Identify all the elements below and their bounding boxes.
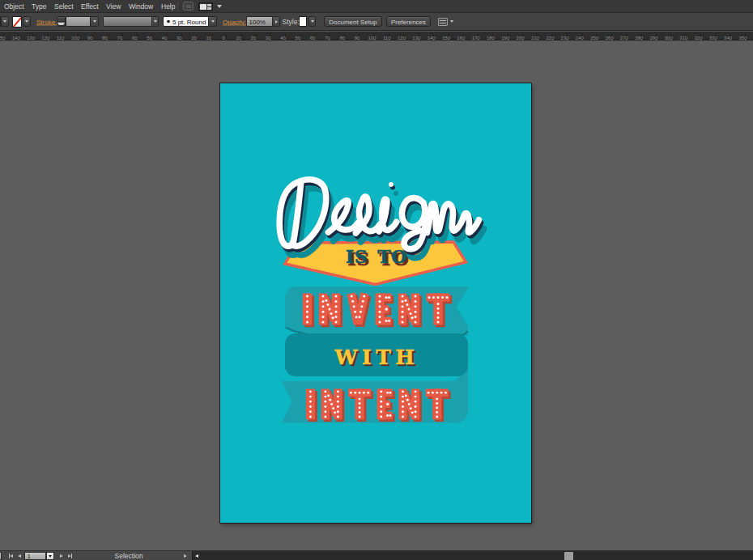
ruler-label: 290 <box>649 36 658 40</box>
ruler-label: 100 <box>368 36 376 40</box>
style-label: Style: <box>283 18 300 26</box>
ruler-label: 240 <box>576 36 585 40</box>
banner-text: IS TO <box>346 246 407 267</box>
ruler-label: 90 <box>87 36 93 40</box>
first-artboard-button[interactable] <box>6 552 15 560</box>
ruler-label: 10 <box>206 36 212 40</box>
clipped-dropdown-button[interactable] <box>1 16 9 27</box>
style-swatch[interactable] <box>299 16 307 27</box>
workspace-caret-icon[interactable] <box>217 5 222 8</box>
prev-artboard-button[interactable] <box>16 552 23 560</box>
ruler-label: 130 <box>27 36 36 40</box>
horizontal-ruler: 1501401301201101009080706050403020100102… <box>0 32 753 40</box>
artboard-dropdown-button[interactable] <box>46 552 54 560</box>
ruler-label: 20 <box>250 36 256 40</box>
ruler-label: 100 <box>71 36 80 40</box>
ruler-label: 80 <box>102 36 108 40</box>
status-text: Selection <box>115 552 143 560</box>
status-bar: 1 Selection <box>0 550 753 560</box>
ruler-label: 140 <box>428 36 436 40</box>
ruler-label: 0 <box>223 36 226 40</box>
ruler-label: 270 <box>620 36 629 40</box>
width-profile-field[interactable] <box>103 16 152 27</box>
ruler-label: 60 <box>132 36 138 40</box>
ruler-label: 160 <box>457 36 466 40</box>
horizontal-scrollbar[interactable] <box>192 551 753 560</box>
ruler-label: 120 <box>41 36 50 40</box>
preferences-button[interactable] <box>386 16 431 27</box>
ruler-label: 110 <box>57 36 65 40</box>
ruler-label: 330 <box>709 36 718 40</box>
ruler-label: 250 <box>590 36 599 40</box>
ruler-label: 20 <box>191 36 197 40</box>
menu-help[interactable] <box>159 0 177 12</box>
ruler-label: 80 <box>339 36 345 40</box>
menu-window[interactable] <box>126 0 155 12</box>
ruler-label: 70 <box>117 36 123 40</box>
stroke-weight-field[interactable] <box>66 16 91 27</box>
ruler-label: 60 <box>310 36 316 40</box>
ruler-label: 310 <box>679 36 688 40</box>
menu-bar: Object Type Select Effect View Window He… <box>0 0 753 13</box>
bridge-icon[interactable] <box>183 2 194 11</box>
scrollbar-thumb[interactable] <box>564 552 573 560</box>
control-panel-caret-icon[interactable] <box>450 20 453 31</box>
ruler-label: 260 <box>606 36 615 40</box>
ruler-label: 340 <box>724 36 733 40</box>
last-artboard-button[interactable] <box>66 552 74 560</box>
artboard: IS TO IS TO WITH WITH <box>220 83 531 523</box>
ruler-label: 40 <box>162 36 168 40</box>
ruler-label: 130 <box>412 36 421 40</box>
ruler-label: 30 <box>177 36 182 40</box>
fill-none-swatch[interactable] <box>12 16 22 28</box>
with-text: WITH <box>334 346 419 369</box>
ruler-label: 230 <box>561 36 570 40</box>
ruler-label: 140 <box>12 36 21 40</box>
ruler-label: 40 <box>280 36 286 40</box>
menu-select[interactable] <box>52 0 75 12</box>
control-bar: Stroke: 5 pt. Round Opacity: 100% Style:… <box>0 13 753 31</box>
ruler-label: 190 <box>501 36 510 40</box>
fill-dropdown-button[interactable] <box>23 16 31 27</box>
brush-definition-field[interactable] <box>163 16 209 27</box>
ruler-label: 90 <box>355 36 360 40</box>
opacity-link[interactable]: Opacity: <box>223 19 246 26</box>
opacity-field[interactable] <box>246 16 273 27</box>
banner-text-group: IS TO IS TO <box>346 246 409 269</box>
clipped-widget <box>0 552 2 560</box>
ruler-label: 120 <box>398 36 406 40</box>
control-panel-menu-icon[interactable] <box>438 18 448 26</box>
ruler-label: 10 <box>236 36 241 40</box>
scroll-left-arrow-icon[interactable] <box>195 554 198 558</box>
ruler-label: 30 <box>266 36 271 40</box>
next-artboard-button[interactable] <box>58 552 65 560</box>
menu-effect[interactable] <box>79 0 100 12</box>
style-dropdown-button[interactable] <box>308 16 316 27</box>
canvas-area[interactable]: IS TO IS TO WITH WITH <box>0 41 753 550</box>
ruler-label: 50 <box>147 36 152 40</box>
width-profile-dropdown-button[interactable] <box>152 16 159 27</box>
opacity-popout-button[interactable] <box>273 16 280 27</box>
menu-type[interactable] <box>29 0 49 12</box>
workspace-switcher-icon[interactable] <box>198 2 213 11</box>
stroke-weight-dropdown-button[interactable] <box>91 16 99 27</box>
document-setup-button[interactable] <box>324 16 382 27</box>
brush-dropdown-button[interactable] <box>209 16 217 27</box>
ruler-label: 180 <box>487 36 496 40</box>
ruler-label: 150 <box>442 36 451 40</box>
illustrator-window: Object Type Select Effect View Window He… <box>0 0 753 560</box>
ruler-label: 200 <box>517 36 525 40</box>
menu-object[interactable] <box>2 0 26 12</box>
ruler-label: 150 <box>0 36 6 40</box>
ruler-label: 50 <box>295 36 300 40</box>
ruler-label: 350 <box>738 36 747 40</box>
with-text-group: WITH WITH <box>334 346 421 371</box>
artboard-number-field[interactable] <box>24 552 46 560</box>
ruler-label: 320 <box>694 36 703 40</box>
ruler-label: 210 <box>531 36 540 40</box>
status-popout-button[interactable] <box>181 552 189 560</box>
stroke-link[interactable]: Stroke: <box>36 19 57 26</box>
ruler-label: 220 <box>546 36 555 40</box>
menu-view[interactable] <box>104 0 123 12</box>
stroke-weight-stepper[interactable] <box>57 16 66 27</box>
